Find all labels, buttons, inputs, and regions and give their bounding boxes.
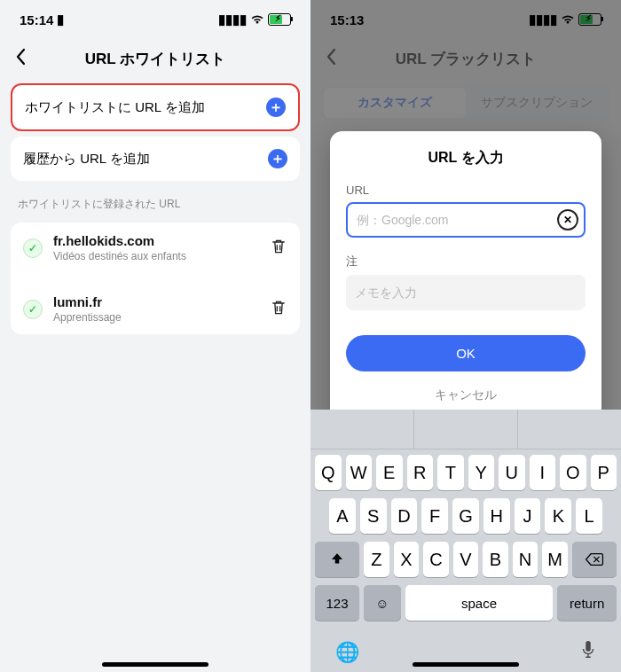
add-whitelist-row[interactable]: ホワイトリストに URL を追加 ＋ — [12, 85, 298, 129]
add-url-highlight: ホワイトリストに URL を追加 ＋ — [11, 83, 300, 131]
kb-row4: 123 ☺ space return — [313, 585, 618, 621]
key-y[interactable]: Y — [468, 455, 495, 490]
emoji-key[interactable]: ☺ — [364, 585, 401, 621]
status-right: ▮▮▮▮ ⚡︎ — [218, 12, 291, 27]
key-f[interactable]: F — [421, 498, 448, 534]
key-k[interactable]: K — [545, 498, 571, 534]
battery-icon: ⚡︎ — [268, 13, 291, 26]
memo-input[interactable] — [346, 275, 586, 310]
whitelist-screen: 15:14▮ ▮▮▮▮ ⚡︎ URL ホワイトリスト ホワイトリストに URL … — [0, 0, 310, 672]
plus-icon: ＋ — [266, 98, 286, 117]
modal-title: URL を入力 — [346, 149, 586, 168]
key-h[interactable]: H — [483, 498, 510, 534]
key-r[interactable]: R — [407, 455, 434, 490]
key-c[interactable]: C — [423, 542, 449, 577]
item-subtitle: Vidéos destinés aux enfants — [53, 250, 259, 262]
key-i[interactable]: I — [530, 455, 556, 490]
home-indicator[interactable] — [413, 662, 519, 667]
key-s[interactable]: S — [360, 498, 387, 534]
key-u[interactable]: U — [499, 455, 525, 490]
page-title: URL ホワイトリスト — [0, 49, 310, 69]
key-o[interactable]: O — [560, 455, 586, 490]
key-e[interactable]: E — [376, 455, 403, 490]
item-title: fr.hellokids.com — [53, 233, 259, 248]
note-field-label: 注 — [346, 254, 586, 270]
trash-icon[interactable] — [270, 299, 287, 320]
location-icon: ▮ — [57, 12, 64, 27]
check-icon: ✓ — [23, 238, 43, 258]
kb-row3: ZXCVBNM — [313, 542, 618, 577]
key-n[interactable]: N — [513, 542, 538, 577]
kb-row1: QWERTYUIOP — [313, 455, 618, 490]
status-time: 15:14 — [20, 12, 53, 27]
key-x[interactable]: X — [394, 542, 420, 577]
list-item[interactable]: ✓ lumni.fr Apprentissage — [11, 284, 300, 334]
add-whitelist-label: ホワイトリストに URL を追加 — [25, 99, 205, 116]
kb-suggestions[interactable] — [310, 410, 621, 449]
ok-button[interactable]: OK — [346, 335, 586, 371]
item-title: lumni.fr — [53, 294, 259, 309]
key-w[interactable]: W — [346, 455, 373, 490]
key-l[interactable]: L — [576, 498, 602, 534]
shift-key[interactable] — [315, 542, 359, 577]
url-input-modal: URL を入力 URL ✕ 注 OK キャンセル — [330, 131, 601, 426]
back-button[interactable] — [14, 48, 27, 69]
signal-icon: ▮▮▮▮ — [218, 12, 247, 27]
status-bar: 15:14▮ ▮▮▮▮ ⚡︎ — [0, 0, 310, 39]
section-header: ホワイトリストに登録された URL — [11, 181, 300, 217]
key-b[interactable]: B — [483, 542, 508, 577]
mic-icon[interactable] — [580, 640, 596, 665]
key-d[interactable]: D — [391, 498, 418, 534]
item-subtitle: Apprentissage — [53, 311, 259, 324]
plus-icon: ＋ — [268, 149, 287, 168]
cancel-button[interactable]: キャンセル — [346, 382, 586, 409]
home-indicator[interactable] — [102, 662, 208, 667]
trash-icon[interactable] — [270, 238, 287, 259]
return-key[interactable]: return — [557, 585, 617, 621]
backspace-key[interactable] — [572, 542, 617, 577]
add-history-label: 履歴から URL を追加 — [23, 151, 150, 168]
keyboard[interactable]: QWERTYUIOP ASDFGHJKL ZXCVBNM 123 ☺ space… — [310, 410, 621, 672]
url-input[interactable] — [346, 202, 586, 238]
key-j[interactable]: J — [515, 498, 541, 534]
add-history-row[interactable]: 履歴から URL を追加 ＋ — [11, 137, 300, 181]
key-p[interactable]: P — [591, 455, 617, 490]
clear-icon[interactable]: ✕ — [557, 209, 578, 231]
key-a[interactable]: A — [329, 498, 356, 534]
key-q[interactable]: Q — [315, 455, 342, 490]
key-g[interactable]: G — [452, 498, 479, 534]
numbers-key[interactable]: 123 — [315, 585, 359, 621]
url-field-label: URL — [346, 184, 586, 197]
wifi-icon — [250, 12, 264, 27]
space-key[interactable]: space — [405, 585, 554, 621]
check-icon: ✓ — [23, 300, 43, 319]
blacklist-screen: 15:13 ▮▮▮▮ ⚡︎ URL ブラックリスト カスタマイズ サブスクリプシ… — [310, 0, 621, 672]
key-z[interactable]: Z — [364, 542, 389, 577]
key-m[interactable]: M — [542, 542, 568, 577]
globe-icon[interactable]: 🌐 — [335, 641, 359, 664]
kb-row2: ASDFGHJKL — [313, 498, 618, 534]
nav-bar: URL ホワイトリスト — [0, 39, 310, 78]
key-v[interactable]: V — [453, 542, 479, 577]
list-item[interactable]: ✓ fr.hellokids.com Vidéos destinés aux e… — [11, 223, 300, 273]
key-t[interactable]: T — [437, 455, 464, 490]
